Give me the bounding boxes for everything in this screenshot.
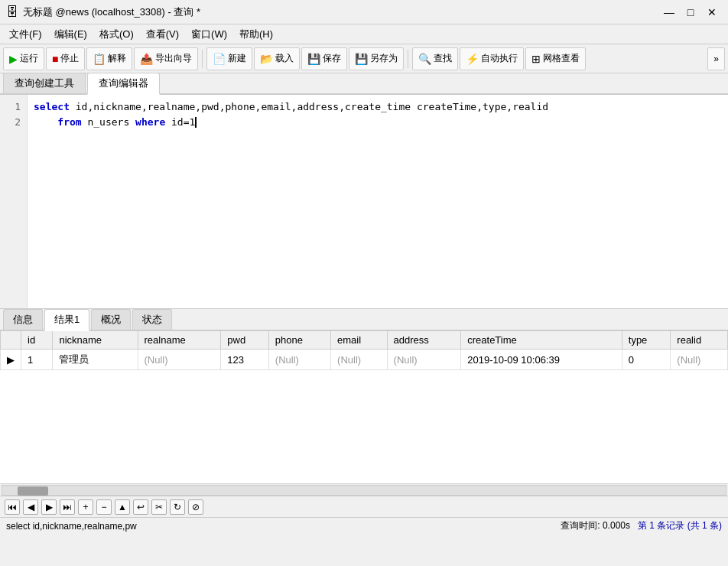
explain-button[interactable]: 📋 解释 — [86, 47, 132, 70]
nav-last-button[interactable]: ⏭ — [60, 499, 75, 515]
query-tab-bar: 查询创建工具 查询编辑器 — [0, 73, 728, 95]
load-button[interactable]: 📂 载入 — [254, 47, 300, 70]
menu-file[interactable]: 文件(F) — [3, 26, 48, 43]
col-phone[interactable]: phone — [268, 331, 330, 350]
cell-email: (Null) — [331, 350, 388, 370]
table-row[interactable]: ▶ 1 管理员 (Null) 123 (Null) (Null) (Null) … — [1, 350, 728, 370]
menu-window[interactable]: 窗口(W) — [185, 26, 233, 43]
tab-info-label: 信息 — [13, 314, 33, 325]
col-email[interactable]: email — [331, 331, 388, 350]
cell-phone: (Null) — [268, 350, 330, 370]
sql-editor[interactable]: 1 2 select id,nickname,realname,pwd,phon… — [0, 95, 728, 309]
title-bar: 🗄 无标题 @news (localhost_3308) - 查询 * — □ … — [0, 0, 728, 24]
tab-results1[interactable]: 结果1 — [44, 309, 89, 331]
save-icon: 💾 — [307, 53, 320, 65]
stop-icon: ■ — [52, 53, 58, 65]
cell-address: (Null) — [387, 350, 461, 370]
stop-button[interactable]: ■ 停止 — [46, 47, 85, 70]
tab-query-builder[interactable]: 查询创建工具 — [3, 73, 86, 93]
more-label: » — [713, 54, 719, 64]
col-id[interactable]: id — [21, 331, 53, 350]
autorun-button[interactable]: ⚡ 自动执行 — [460, 47, 524, 70]
nav-up-button[interactable]: ▲ — [115, 499, 130, 515]
menu-help[interactable]: 帮助(H) — [233, 26, 279, 43]
cell-type: 0 — [622, 350, 671, 370]
cell-nickname: 管理员 — [53, 350, 138, 370]
gridview-label: 网格查看 — [543, 52, 580, 65]
find-label: 查找 — [434, 52, 452, 65]
nav-delete-button[interactable]: − — [96, 499, 112, 515]
tab-overview[interactable]: 概况 — [91, 309, 131, 330]
line-numbers: 1 2 — [0, 95, 28, 308]
gridview-button[interactable]: ⊞ 网格查看 — [525, 47, 586, 70]
find-icon: 🔍 — [418, 53, 431, 65]
menu-view[interactable]: 查看(V) — [140, 26, 185, 43]
save-label: 保存 — [323, 52, 341, 65]
cell-createtime: 2019-10-09 10:06:39 — [461, 350, 622, 370]
more-button[interactable]: » — [707, 47, 725, 70]
nav-undo-button[interactable]: ↩ — [133, 499, 148, 515]
col-address[interactable]: address — [387, 331, 461, 350]
col-type[interactable]: type — [622, 331, 671, 350]
line-number-2: 2 — [6, 115, 21, 130]
tab-status[interactable]: 状态 — [132, 309, 172, 330]
export-button[interactable]: 📤 导出向导 — [134, 47, 198, 70]
col-realid[interactable]: realid — [671, 331, 728, 350]
scroll-track[interactable] — [2, 485, 726, 496]
nav-refresh-button[interactable]: ↻ — [170, 499, 185, 515]
nav-clear-button[interactable]: ⊘ — [188, 499, 203, 515]
menu-format[interactable]: 格式(O) — [93, 26, 140, 43]
gridview-icon: ⊞ — [531, 53, 541, 65]
autorun-label: 自动执行 — [481, 52, 518, 65]
tab-query-editor[interactable]: 查询编辑器 — [87, 73, 160, 95]
tab-query-editor-label: 查询编辑器 — [99, 77, 148, 89]
nav-next-button[interactable]: ▶ — [41, 499, 57, 515]
title-bar-left: 🗄 无标题 @news (localhost_3308) - 查询 * — [6, 5, 200, 19]
line-number-1: 1 — [6, 99, 21, 115]
new-icon: 📄 — [213, 53, 226, 65]
col-indicator — [1, 331, 21, 350]
window-title: 无标题 @news (localhost_3308) - 查询 * — [23, 5, 200, 19]
save-button[interactable]: 💾 保存 — [301, 47, 347, 70]
menu-bar: 文件(F) 编辑(E) 格式(O) 查看(V) 窗口(W) 帮助(H) — [0, 24, 728, 44]
nav-cut-button[interactable]: ✂ — [151, 499, 167, 515]
nav-first-button[interactable]: ⏮ — [5, 499, 20, 515]
nav-prev-button[interactable]: ◀ — [23, 499, 38, 515]
horizontal-scrollbar[interactable] — [0, 483, 728, 496]
status-record-count: 第 1 条记录 (共 1 条) — [638, 519, 722, 532]
menu-edit[interactable]: 编辑(E) — [48, 26, 93, 43]
cell-realname: (Null) — [138, 350, 221, 370]
toolbar-separator-2 — [408, 50, 408, 68]
col-nickname[interactable]: nickname — [53, 331, 138, 350]
window-controls[interactable]: — □ ✕ — [659, 3, 722, 21]
sql-content[interactable]: select id,nickname,realname,pwd,phone,em… — [28, 95, 728, 308]
run-button[interactable]: ▶ 运行 — [3, 47, 44, 70]
toolbar-more[interactable]: » — [707, 47, 725, 70]
saveas-icon: 💾 — [355, 53, 368, 65]
tab-query-builder-label: 查询创建工具 — [15, 77, 74, 89]
nav-add-button[interactable]: + — [78, 499, 93, 515]
new-button[interactable]: 📄 新建 — [206, 47, 252, 70]
col-pwd[interactable]: pwd — [221, 331, 268, 350]
maximize-button[interactable]: □ — [681, 3, 700, 21]
status-query-time: 查询时间: 0.000s — [561, 519, 630, 532]
toolbar-separator-1 — [202, 50, 203, 68]
cell-realid: (Null) — [671, 350, 728, 370]
run-label: 运行 — [20, 52, 38, 65]
tab-results1-label: 结果1 — [54, 314, 80, 325]
find-button[interactable]: 🔍 查找 — [412, 47, 458, 70]
col-realname[interactable]: realname — [138, 331, 221, 350]
scroll-thumb[interactable] — [18, 486, 48, 496]
col-createtime[interactable]: createTime — [461, 331, 622, 350]
results-header-row: id nickname realname pwd phone email add… — [1, 331, 728, 350]
run-icon: ▶ — [9, 53, 18, 65]
tab-info[interactable]: 信息 — [3, 309, 43, 330]
record-nav-bar: ⏮ ◀ ▶ ⏭ + − ▲ ↩ ✂ ↻ ⊘ — [0, 496, 728, 517]
saveas-button[interactable]: 💾 另存为 — [349, 47, 404, 70]
close-button[interactable]: ✕ — [702, 3, 722, 21]
explain-icon: 📋 — [93, 53, 106, 65]
minimize-button[interactable]: — — [659, 3, 679, 21]
tab-status-label: 状态 — [142, 314, 162, 325]
autorun-icon: ⚡ — [466, 53, 479, 65]
explain-label: 解释 — [108, 52, 126, 65]
